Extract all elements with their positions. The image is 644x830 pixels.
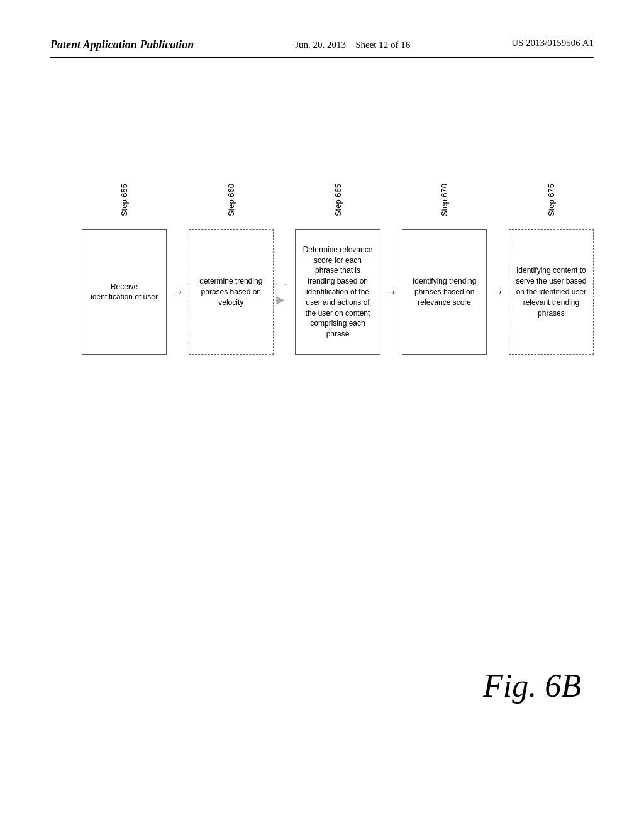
step-label-675: Step 675: [509, 184, 594, 223]
flowchart-wrapper: Step 655 Step 660 Step 665 Step 670: [82, 184, 594, 355]
fig-label: Fig. 6B: [483, 667, 581, 704]
step-number-655: Step 655: [119, 184, 129, 216]
step-label-655: Step 655: [82, 184, 167, 223]
step-665-box: Determine relevance score for each phras…: [295, 229, 380, 355]
step-label-660: Step 660: [189, 184, 274, 223]
step-label-665: Step 665: [296, 184, 380, 223]
step-label-670: Step 670: [402, 184, 487, 223]
step-number-670: Step 670: [440, 184, 449, 216]
arrow-3: →: [380, 284, 402, 300]
step-675-text: Identifying content to serve the user ba…: [516, 265, 587, 318]
step-665-text: Determine relevance score for each phras…: [302, 245, 373, 340]
arrow-2-icon: - - ►: [274, 275, 296, 308]
arrow-4-icon: →: [491, 284, 505, 300]
step-655-text: Receive identification of user: [89, 282, 160, 303]
step-number-660: Step 660: [226, 184, 236, 216]
publication-label: Patent Application Publication: [50, 38, 194, 52]
page-container: Patent Application Publication Jun. 20, …: [0, 0, 644, 830]
step-660-text: determine trending phrases based on velo…: [196, 276, 267, 307]
arrow-3-icon: →: [384, 284, 398, 300]
arrow-1-icon: →: [170, 284, 184, 300]
header: Patent Application Publication Jun. 20, …: [50, 38, 594, 58]
sheet-info: Sheet 12 of 16: [355, 40, 410, 50]
step-670-box: Identifying trending phrases based on re…: [402, 229, 487, 355]
step-655-box: Receive identification of user: [82, 229, 167, 355]
arrow-2: - - ►: [274, 275, 296, 308]
step-675-box: Identifying content to serve the user ba…: [509, 229, 594, 355]
flow-boxes-row: Receive identification of user → determi…: [82, 229, 594, 355]
header-center: Jun. 20, 2013 Sheet 12 of 16: [295, 38, 410, 52]
step-670-text: Identifying trending phrases based on re…: [409, 276, 480, 307]
arrow-4: →: [487, 284, 509, 300]
step-number-665: Step 665: [333, 184, 343, 216]
step-numbers-row: Step 655 Step 660 Step 665 Step 670: [82, 184, 594, 223]
step-number-675: Step 675: [547, 184, 556, 216]
arrow-1: →: [167, 284, 189, 300]
pub-date: Jun. 20, 2013: [295, 40, 346, 50]
patent-number: US 2013/0159506 A1: [511, 38, 594, 48]
step-660-box: determine trending phrases based on velo…: [189, 229, 274, 355]
